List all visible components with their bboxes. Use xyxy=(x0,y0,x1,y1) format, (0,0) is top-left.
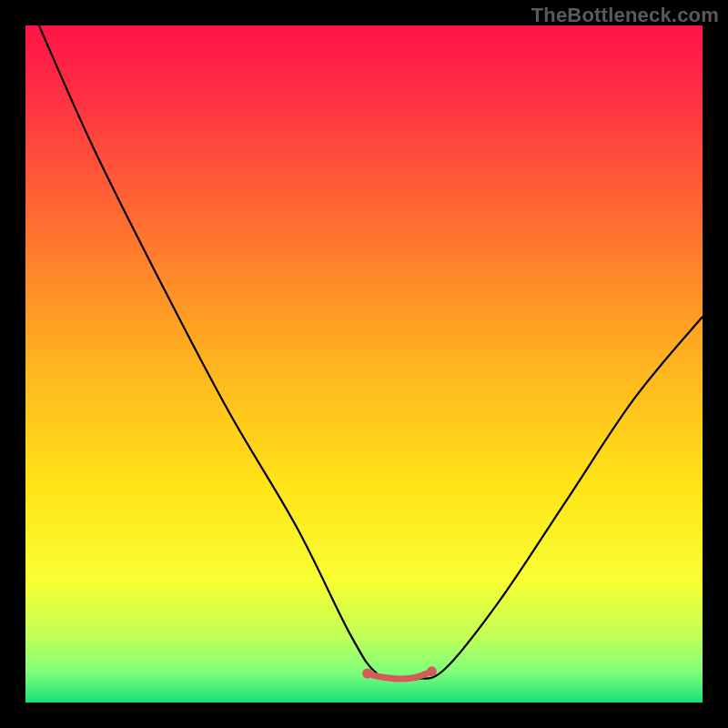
watermark-text: TheBottleneck.com xyxy=(531,4,719,27)
plot-area xyxy=(25,25,703,703)
highlight-point xyxy=(362,669,372,679)
highlight-point xyxy=(427,666,437,676)
chart-container: TheBottleneck.com xyxy=(0,0,728,728)
gradient-background xyxy=(25,25,703,703)
chart-svg xyxy=(25,25,703,703)
